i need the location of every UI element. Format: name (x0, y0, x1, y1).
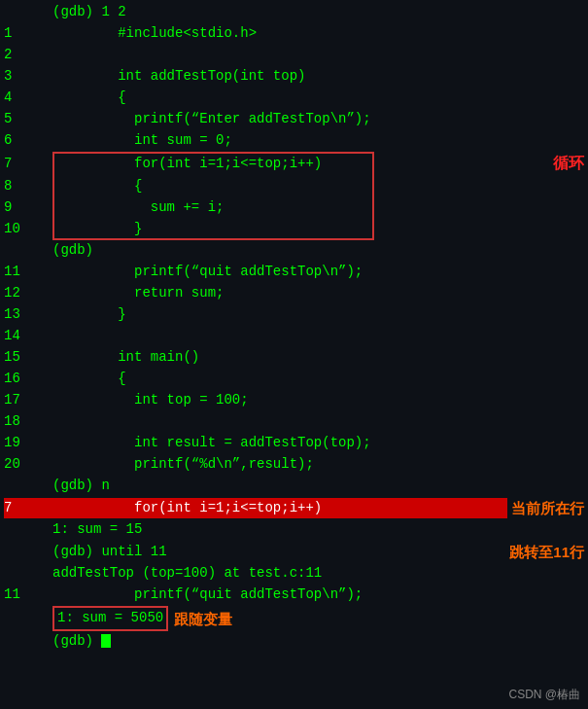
cursor-block (101, 634, 111, 648)
gdb-n-text: (gdb) n (52, 476, 584, 497)
gdb-prompt-2: (gdb) (0, 240, 588, 262)
terminal: (gdb) 1 2 1 #include<stdio.h> 2 3 int ad… (0, 0, 588, 709)
code-5: printf(“Enter addTestTop\n”); (52, 109, 584, 130)
line-num-16: 16 (4, 369, 52, 390)
line-num-3: 3 (4, 66, 52, 88)
code-6: int sum = 0; (52, 130, 584, 152)
line-num-13: 13 (4, 304, 52, 326)
code-4: { (52, 88, 584, 109)
code-11b: printf(“quit addTestTop\n”); (52, 585, 584, 606)
code-3: int addTestTop(int top) (52, 66, 584, 88)
annotation-jump: 跳转至11行 (509, 541, 584, 563)
line-num-8: 8 (4, 176, 52, 197)
line-num-14: 14 (4, 326, 52, 347)
code-7: for(int i=1;i<=top;i++) (52, 154, 537, 175)
code-line-8: 8 { (0, 176, 588, 197)
watermark: CSDN @椿曲 (508, 687, 580, 703)
annotation-loop: 循环 (553, 152, 584, 176)
gdb-until-command: (gdb) until 11 跳转至11行 (0, 541, 588, 563)
sum-15-text: 1: sum = 15 (52, 519, 584, 541)
gdb-prompt-line: (gdb) 1 2 (0, 2, 588, 23)
line-num-7: 7 (4, 154, 52, 175)
line-num-20: 20 (4, 454, 52, 476)
code-line-16: 16 { (0, 369, 588, 390)
code-line-5: 5 printf(“Enter addTestTop\n”); (0, 109, 588, 130)
code-line-12: 12 return sum; (0, 283, 588, 304)
loop-section: 7 for(int i=1;i<=top;i++) 循环 8 { 9 sum +… (0, 152, 588, 240)
code-line-6: 6 int sum = 0; (0, 130, 588, 152)
code-line-14: 14 (0, 326, 588, 347)
code-16: { (52, 369, 584, 390)
addr-output: addTestTop (top=100) at test.c:11 (0, 563, 588, 585)
line-num-15: 15 (4, 347, 52, 369)
line-num-18: 18 (4, 411, 52, 433)
addr-text: addTestTop (top=100) at test.c:11 (52, 563, 584, 585)
code-line-17: 17 int top = 100; (0, 390, 588, 411)
code-1: #include<stdio.h> (52, 23, 584, 45)
gdb-final-prompt: (gdb) (0, 631, 588, 653)
code-11: printf(“quit addTestTop\n”); (52, 262, 584, 283)
sum-5050-row: 1: sum = 5050 跟随变量 (0, 606, 588, 631)
code-line-7: 7 for(int i=1;i<=top;i++) 循环 (0, 152, 588, 176)
code-line-13: 13 } (0, 304, 588, 326)
current-line-7: 7 for(int i=1;i<=top;i++) 当前所在行 (0, 497, 588, 519)
line-num-4: 4 (4, 88, 52, 109)
gdb-until-text: (gdb) until 11 (52, 542, 502, 563)
line-num-19: 19 (4, 433, 52, 454)
line-num-9: 9 (4, 197, 52, 219)
annotation-current: 当前所在行 (511, 497, 584, 519)
code-line-10: 10 } (0, 219, 588, 240)
current-line-num: 7 (4, 498, 52, 519)
code-line-1: 1 #include<stdio.h> (0, 23, 588, 45)
code-line-11: 11 printf(“quit addTestTop\n”); (0, 262, 588, 283)
line-num-1: 1 (4, 23, 52, 45)
line-num-12: 12 (4, 283, 52, 304)
code-line-9: 9 sum += i; (0, 197, 588, 219)
code-10: } (52, 219, 584, 240)
code-line-3: 3 int addTestTop(int top) (0, 66, 588, 88)
code-12: return sum; (52, 283, 584, 304)
sum-5050-box: 1: sum = 5050 (52, 606, 168, 631)
code-8: { (52, 176, 584, 197)
gdb-final-text: (gdb) (52, 631, 584, 653)
code-line-18: 18 (0, 411, 588, 433)
line-num-2: 2 (4, 45, 52, 66)
line-num-11: 11 (4, 262, 52, 283)
code-line-2: 2 (0, 45, 588, 66)
code-9: sum += i; (52, 197, 584, 219)
code-15: int main() (52, 347, 584, 369)
code-19: int result = addTestTop(top); (52, 433, 584, 454)
code-13: } (52, 304, 584, 326)
line-num-11b: 11 (4, 585, 52, 606)
code-line-19: 19 int result = addTestTop(top); (0, 433, 588, 454)
code-line-11b: 11 printf(“quit addTestTop\n”); (0, 585, 588, 606)
code-line-4: 4 { (0, 88, 588, 109)
line-num-5: 5 (4, 109, 52, 130)
gdb-n-command: (gdb) n (0, 476, 588, 497)
line-num-17: 17 (4, 390, 52, 411)
code-20: printf(“%d\n”,result); (52, 454, 584, 476)
line-code: (gdb) 1 2 (52, 2, 584, 23)
code-line-15: 15 int main() (0, 347, 588, 369)
line-num-10: 10 (4, 219, 52, 240)
annotation-follow: 跟随变量 (174, 608, 232, 630)
code-17: int top = 100; (52, 390, 584, 411)
code-line-20: 20 printf(“%d\n”,result); (0, 454, 588, 476)
current-line-code: for(int i=1;i<=top;i++) (52, 498, 507, 519)
line-num-6: 6 (4, 130, 52, 152)
sum-15-output: 1: sum = 15 (0, 519, 588, 541)
gdb-text-2: (gdb) (52, 240, 584, 262)
